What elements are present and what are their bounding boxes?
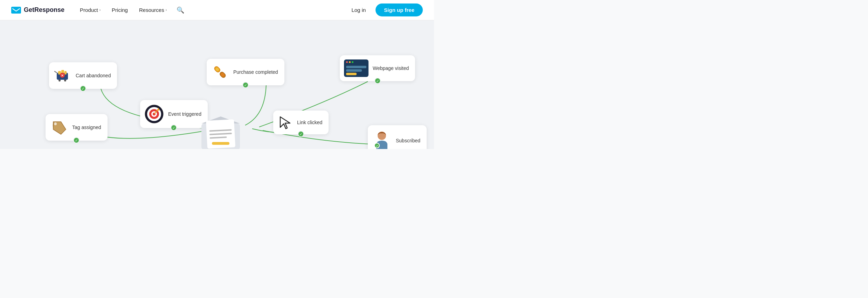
nav-item-product[interactable]: Product › <box>76 4 105 16</box>
webpage-check-badge: ✓ <box>374 78 381 84</box>
center-envelope <box>200 115 242 149</box>
chevron-icon-2: › <box>166 8 167 12</box>
svg-point-8 <box>64 79 66 81</box>
purchase-check-badge: ✓ <box>242 82 249 88</box>
login-button[interactable]: Log in <box>347 4 370 16</box>
event-triggered-label: Event triggered <box>168 111 201 117</box>
search-icon[interactable]: 🔍 <box>177 6 184 14</box>
navbar: GetResponse Product › Pricing Resources … <box>0 0 434 20</box>
nav-item-resources[interactable]: Resources › <box>135 4 171 16</box>
link-check-badge: ✓ <box>298 131 304 137</box>
signup-button[interactable]: Sign up free <box>376 3 423 16</box>
diagram-area: ✕ Cart abandoned ✓ <box>0 20 434 149</box>
svg-rect-4 <box>64 71 67 74</box>
cart-check-badge: ✓ <box>80 85 86 92</box>
webpage-visited-card: Webpage visited ✓ <box>340 55 415 81</box>
chain-icon <box>211 63 229 81</box>
logo-icon <box>11 7 21 14</box>
tag-assigned-card: Tag assigned ✓ <box>46 114 108 141</box>
nav-item-pricing[interactable]: Pricing <box>108 4 132 16</box>
tag-assigned-label: Tag assigned <box>72 125 101 130</box>
link-clicked-label: Link clicked <box>297 120 322 125</box>
cart-abandoned-label: Cart abandoned <box>76 73 111 78</box>
purchase-completed-card: Purchase completed ✓ <box>207 59 284 85</box>
chevron-icon: › <box>99 8 101 12</box>
webpage-visited-label: Webpage visited <box>373 65 409 71</box>
svg-text:✓: ✓ <box>376 144 378 148</box>
svg-text:✕: ✕ <box>61 74 64 77</box>
person-icon: ✓ <box>372 129 392 149</box>
svg-rect-30 <box>212 142 229 145</box>
cursor-icon <box>277 115 293 130</box>
subscribed-label: Subscribed <box>396 138 420 143</box>
svg-rect-0 <box>11 7 21 14</box>
cart-abandoned-card: ✕ Cart abandoned ✓ <box>49 62 117 89</box>
target-icon <box>144 104 164 124</box>
logo[interactable]: GetResponse <box>11 6 64 14</box>
svg-point-7 <box>58 79 61 81</box>
event-check-badge: ✓ <box>171 125 177 131</box>
tag-check-badge: ✓ <box>73 137 80 143</box>
svg-line-29 <box>211 137 226 138</box>
event-triggered-card: Event triggered ✓ <box>140 100 208 128</box>
nav-links: Product › Pricing Resources › 🔍 <box>76 4 347 16</box>
svg-marker-21 <box>280 117 290 129</box>
link-clicked-card: Link clicked ✓ <box>273 111 329 134</box>
cart-icon: ✕ <box>53 66 71 85</box>
tag-icon <box>50 118 68 136</box>
webpage-icon <box>344 59 368 77</box>
subscribed-card: ✓ Subscribed ✓ <box>368 125 427 149</box>
nav-right: Log in Sign up free <box>347 3 423 16</box>
purchase-completed-label: Purchase completed <box>233 69 278 75</box>
logo-text: GetResponse <box>24 6 64 14</box>
